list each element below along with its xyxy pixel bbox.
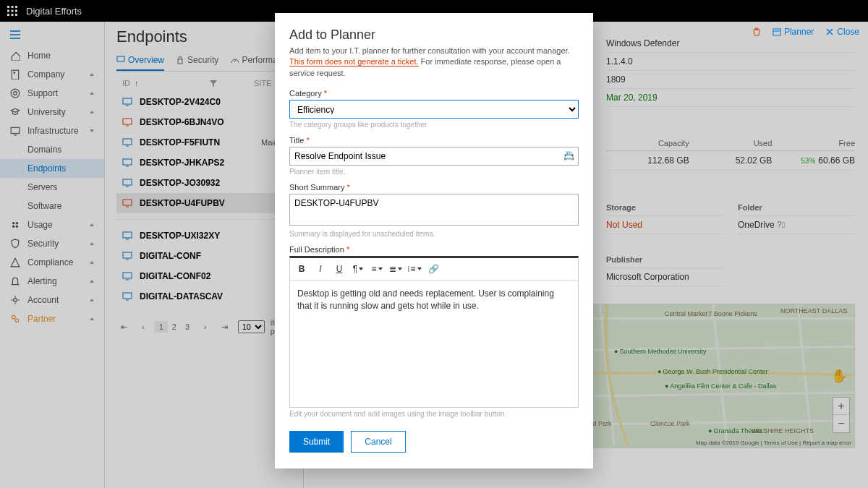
- italic-button[interactable]: I: [312, 261, 329, 277]
- delete-button[interactable]: [752, 27, 761, 36]
- insert-icon[interactable]: 📇: [563, 150, 574, 160]
- paragraph-button[interactable]: ¶: [349, 261, 367, 277]
- close-icon: [825, 27, 834, 36]
- cancel-button[interactable]: Cancel: [351, 431, 405, 453]
- calendar-icon: [773, 27, 781, 36]
- list-bullet-button[interactable]: ⁝≡: [406, 261, 423, 277]
- modal-description: Add item to your I.T. planner for furthe…: [289, 46, 579, 79]
- list-ordered-button[interactable]: ≣: [387, 261, 404, 277]
- svg-rect-57: [773, 29, 780, 35]
- rich-text-editor: B I U ¶ ≡ ≣ ⁝≡ 🔗 Desktop is getting old …: [289, 256, 579, 408]
- planner-button[interactable]: Planner: [773, 27, 814, 37]
- link-button[interactable]: 🔗: [425, 261, 442, 277]
- underline-button[interactable]: U: [331, 261, 348, 277]
- full-description-input[interactable]: Desktop is getting old and needs replace…: [290, 281, 578, 407]
- bold-button[interactable]: B: [293, 261, 310, 277]
- submit-button[interactable]: Submit: [289, 431, 344, 453]
- trash-icon: [752, 27, 761, 36]
- title-input[interactable]: [289, 147, 579, 166]
- add-to-planner-modal: Add to Planner Add item to your I.T. pla…: [275, 13, 593, 468]
- category-select[interactable]: Efficiency: [289, 100, 579, 119]
- short-summary-input[interactable]: [289, 194, 579, 226]
- top-actions: Planner Close: [0, 22, 868, 42]
- close-button[interactable]: Close: [825, 27, 859, 37]
- align-button[interactable]: ≡: [368, 261, 386, 277]
